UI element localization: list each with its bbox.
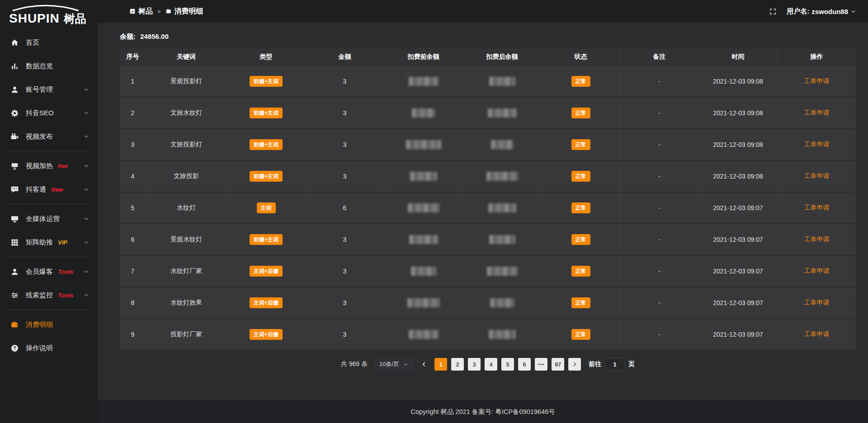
cell-remark: - <box>620 161 698 192</box>
cell-remark: - <box>620 66 698 97</box>
masked-value <box>409 330 439 339</box>
status-badge: 正常 <box>571 266 590 277</box>
page-button-5[interactable]: 5 <box>501 358 514 371</box>
work-order-link[interactable]: 工单申请 <box>804 204 830 212</box>
sidebar-item-视频加热[interactable]: 视频加热 Hot <box>0 154 98 178</box>
breadcrumb-item[interactable]: 消费明细 <box>165 7 203 16</box>
status-badge: 正常 <box>571 76 590 87</box>
page-button-3[interactable]: 3 <box>468 358 481 371</box>
type-badge: 前缀+主词 <box>250 76 283 87</box>
work-order-link[interactable]: 工单申请 <box>804 141 830 149</box>
chevron-down-icon <box>83 163 90 169</box>
sidebar-item-全媒体运营[interactable]: 全媒体运营 <box>0 207 98 230</box>
sidebar-item-视频发布[interactable]: 视频发布 <box>0 125 98 148</box>
sidebar-item-账号管理[interactable]: 账号管理 <box>0 78 98 101</box>
page-button-1[interactable]: 1 <box>434 358 447 371</box>
cell-balance-after <box>462 66 541 97</box>
cell-index: 4 <box>120 161 146 192</box>
cell-balance-before <box>384 129 462 160</box>
cell-remark: - <box>620 98 698 128</box>
type-badge: 前缀+主词 <box>250 234 283 245</box>
cell-balance-before <box>384 98 462 128</box>
sidebar-divider <box>6 257 91 257</box>
type-badge: 主词 <box>257 202 276 213</box>
sidebar-item-抖客通[interactable]: 抖客通 New <box>0 178 98 201</box>
table-row: 4 文旅投影 前缀+主词 3 正常 - 2021-12-03 09:08 工单申… <box>120 161 856 192</box>
username-value: zswodun88 <box>811 8 848 15</box>
page-size-value: 10条/页 <box>379 360 399 368</box>
sidebar-item-线索监控[interactable]: 线索监控 Tools <box>0 283 98 307</box>
cell-action: 工单申请 <box>777 161 856 192</box>
sidebar-item-label: 消费明细 <box>26 320 53 329</box>
chevron-down-icon <box>83 186 90 193</box>
sidebar-item-数据总览[interactable]: 数据总览 <box>0 54 98 78</box>
member-icon <box>10 268 19 276</box>
cell-time: 2021-12-03 09:07 <box>698 193 777 223</box>
goto-label: 前往 <box>589 360 601 368</box>
cell-keyword: 文旅投影 <box>146 161 226 192</box>
cell-remark: - <box>620 319 698 350</box>
sidebar-item-消费明细[interactable]: 消费明细 <box>0 313 98 336</box>
sidebar-item-抖音SEO[interactable]: 抖音SEO <box>0 101 98 125</box>
question-icon: ? <box>10 344 19 352</box>
type-badge: 主词+后缀 <box>250 297 283 308</box>
chevron-down-icon <box>83 292 90 298</box>
page-size-select[interactable]: 10条/页 <box>374 357 414 371</box>
cell-balance-before <box>384 287 462 318</box>
chevron-down-icon <box>83 186 90 193</box>
sidebar-item-操作说明[interactable]: ? 操作说明 <box>0 336 98 360</box>
chevron-down-icon <box>83 110 90 116</box>
sidebar-item-首页[interactable]: 首页 <box>0 31 98 54</box>
cell-type: 前缀+主词 <box>226 129 305 160</box>
pagination: 共 969 条 10条/页 123456•••97 前往 1 页 <box>120 357 856 371</box>
page-button-4[interactable]: 4 <box>485 358 497 371</box>
next-page-button[interactable] <box>568 358 581 371</box>
work-order-link[interactable]: 工单申请 <box>804 235 830 244</box>
balance: 余额: 24856.00 <box>120 33 856 41</box>
work-order-link[interactable]: 工单申请 <box>804 267 830 275</box>
page-button-2[interactable]: 2 <box>451 358 464 371</box>
user-menu[interactable]: 用户名: zswodun88 <box>787 7 856 16</box>
cell-status: 正常 <box>541 129 620 160</box>
logo-arc <box>10 5 81 11</box>
column-header-操作: 操作 <box>777 48 856 65</box>
breadcrumb-item[interactable]: 树品 <box>129 7 153 16</box>
cell-index: 1 <box>120 66 146 97</box>
work-order-link[interactable]: 工单申请 <box>804 109 830 117</box>
work-order-link[interactable]: 工单申请 <box>804 77 830 85</box>
sidebar-divider <box>6 204 91 204</box>
cell-balance-after <box>462 256 541 287</box>
work-order-link[interactable]: 工单申请 <box>804 299 830 307</box>
cell-amount: 3 <box>305 319 384 350</box>
masked-value <box>486 172 518 181</box>
status-badge: 正常 <box>571 234 590 245</box>
sidebar-item-会员爆客[interactable]: 会员爆客 Tools <box>0 260 98 283</box>
page-button-97[interactable]: 97 <box>552 358 564 371</box>
cell-index: 7 <box>120 256 146 287</box>
grid-icon <box>10 238 19 247</box>
copyright-text: Copyright 树品 2021 备案号: 粤ICP备09019646号 <box>410 408 555 416</box>
page-buttons: 123456•••97 <box>434 358 564 371</box>
logo: SHUPIN 树品 <box>0 0 98 28</box>
cell-action: 工单申请 <box>777 224 856 255</box>
sidebar-item-矩阵助推[interactable]: 矩阵助推 VIP <box>0 230 98 254</box>
cell-balance-after <box>462 319 541 350</box>
page-button-6[interactable]: 6 <box>518 358 531 371</box>
cell-action: 工单申请 <box>777 66 856 97</box>
gear-icon <box>10 109 19 118</box>
fullscreen-button[interactable] <box>769 8 777 15</box>
prev-page-button[interactable] <box>418 358 430 371</box>
table-row: 1 景观投影灯 前缀+主词 3 正常 - 2021-12-03 09:08 工单… <box>120 66 856 97</box>
chevron-down-icon <box>83 133 90 140</box>
work-order-link[interactable]: 工单申请 <box>804 172 830 180</box>
sidebar-item-tag: Hot <box>58 163 68 169</box>
goto-page-input[interactable]: 1 <box>605 358 625 371</box>
work-order-link[interactable]: 工单申请 <box>804 330 830 338</box>
cell-index: 9 <box>120 319 146 350</box>
cell-index: 3 <box>120 129 146 160</box>
cell-balance-after <box>462 287 541 318</box>
sidebar: SHUPIN 树品 首页 数据总览 账号管理 抖音SEO 视频发布 视频加热 H… <box>0 0 98 423</box>
page-button-•••[interactable]: ••• <box>535 358 547 371</box>
logo-text-en: SHUPIN <box>9 11 60 26</box>
column-header-时间: 时间 <box>698 48 777 65</box>
